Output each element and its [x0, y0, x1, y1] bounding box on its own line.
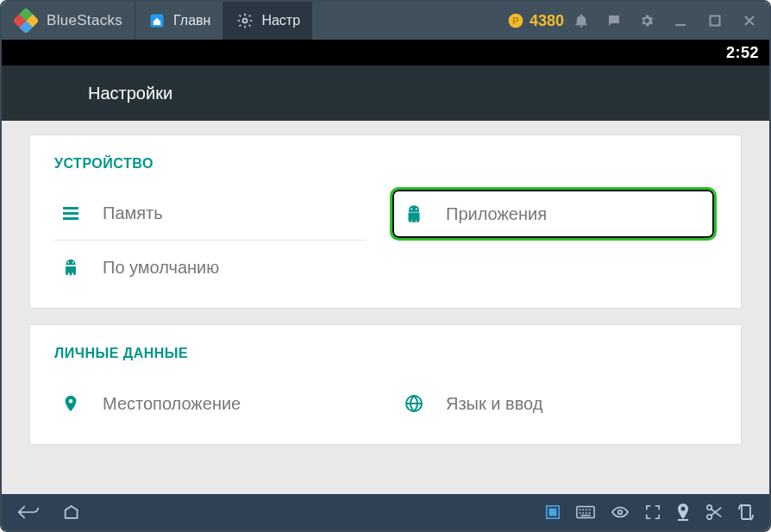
screenshot-icon[interactable] — [545, 504, 561, 520]
coin-icon: P — [507, 12, 524, 29]
system-tray — [545, 503, 754, 522]
titlebar: BlueStacks Главн Настр P 4380 — [2, 2, 769, 40]
svg-point-12 — [72, 262, 74, 264]
svg-point-20 — [707, 515, 711, 519]
svg-point-19 — [707, 505, 711, 510]
fullscreen-icon[interactable] — [645, 504, 661, 520]
bluestacks-logo-icon — [14, 9, 38, 33]
tab-home-label: Главн — [173, 13, 210, 28]
item-storage[interactable]: Память — [54, 187, 366, 241]
item-storage-label: Память — [103, 203, 163, 223]
home-icon — [147, 11, 166, 30]
item-language[interactable]: Язык и ввод — [398, 377, 717, 430]
svg-rect-21 — [742, 505, 750, 519]
storage-icon — [60, 203, 82, 225]
svg-rect-18 — [678, 519, 688, 521]
clock: 2:52 — [726, 44, 759, 62]
svg-rect-6 — [63, 207, 78, 210]
home-button[interactable] — [64, 504, 86, 521]
svg-point-9 — [411, 209, 412, 210]
tab-settings-label: Настр — [261, 13, 300, 28]
svg-rect-4 — [675, 24, 686, 26]
item-language-label: Язык и ввод — [446, 394, 542, 414]
android-status-bar: 2:52 — [2, 40, 769, 66]
section-personal: ЛИЧНЫЕ ДАННЫЕ Местоположение Язык и ввод — [29, 324, 742, 445]
item-apps[interactable]: Приложения — [390, 187, 717, 241]
section-device-title: УСТРОЙСТВО — [54, 156, 717, 172]
bluestacks-window: BlueStacks Главн Настр P 4380 — [0, 0, 771, 532]
rotate-device-icon[interactable] — [738, 503, 754, 522]
section-device: УСТРОЙСТВО Память Приложения — [29, 135, 742, 309]
globe-icon — [403, 392, 425, 415]
svg-point-17 — [618, 510, 623, 515]
svg-rect-7 — [63, 212, 78, 215]
tab-home[interactable]: Главн — [135, 2, 223, 40]
svg-text:P: P — [512, 15, 519, 26]
item-apps-label: Приложения — [446, 204, 547, 224]
eye-icon[interactable] — [611, 505, 630, 519]
app-logo-group: BlueStacks — [2, 9, 135, 33]
svg-rect-16 — [577, 507, 594, 518]
android-icon — [403, 203, 425, 225]
settings-header: Настройки — [2, 66, 769, 121]
notifications-icon[interactable] — [573, 11, 590, 30]
android-nav-bar — [2, 494, 769, 530]
back-button[interactable] — [17, 504, 40, 521]
svg-rect-5 — [711, 16, 720, 26]
title-controls — [573, 11, 769, 30]
location-icon — [60, 392, 82, 415]
android-icon — [60, 256, 82, 279]
coin-count-value: 4380 — [530, 12, 564, 30]
item-default[interactable]: По умолчанию — [54, 241, 373, 294]
keyboard-icon[interactable] — [576, 505, 595, 519]
maximize-button[interactable] — [705, 11, 724, 30]
scissors-icon[interactable] — [705, 504, 723, 521]
tab-settings[interactable]: Настр — [223, 2, 312, 40]
coin-balance[interactable]: P 4380 — [507, 12, 564, 30]
item-location-label: Местоположение — [103, 394, 241, 414]
location-pin-icon[interactable] — [676, 504, 690, 521]
settings-title: Настройки — [88, 84, 172, 103]
settings-gear-icon[interactable] — [638, 11, 655, 30]
close-button[interactable] — [740, 11, 759, 30]
app-name: BlueStacks — [47, 12, 122, 29]
section-personal-title: ЛИЧНЫЕ ДАННЫЕ — [54, 346, 717, 361]
svg-point-1 — [243, 19, 248, 23]
tabs: Главн Настр — [135, 2, 312, 40]
svg-rect-8 — [63, 217, 78, 220]
minimize-button[interactable] — [671, 11, 690, 30]
chat-icon[interactable] — [605, 11, 623, 30]
svg-rect-15 — [549, 509, 555, 515]
item-location[interactable]: Местоположение — [54, 377, 373, 430]
content-area: УСТРОЙСТВО Память Приложения — [2, 121, 769, 494]
item-default-label: По умолчанию — [103, 258, 219, 278]
gear-icon — [235, 11, 254, 30]
svg-point-10 — [416, 209, 417, 210]
svg-point-11 — [67, 262, 69, 264]
